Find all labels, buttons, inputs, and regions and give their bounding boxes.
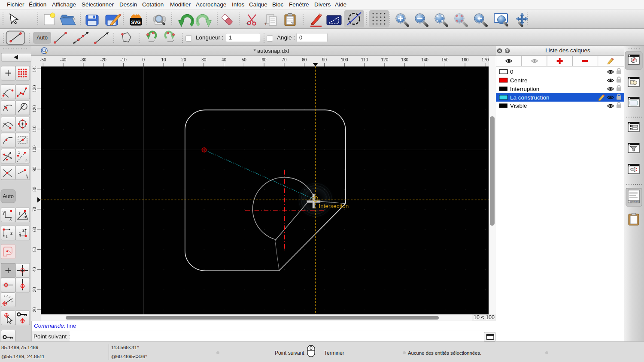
- svg-text:100: 100: [341, 57, 348, 62]
- svg-text:40: 40: [222, 57, 227, 62]
- svg-text:60: 60: [32, 227, 37, 232]
- svg-text:2: 2: [10, 231, 12, 235]
- svg-text:-50: -50: [40, 57, 46, 62]
- svg-text:-20: -20: [100, 57, 106, 62]
- svg-text:Interruption: Interruption: [510, 86, 539, 92]
- svg-text:La construction: La construction: [510, 94, 550, 101]
- svg-text:20: 20: [32, 307, 37, 312]
- svg-text:+: +: [246, 21, 249, 27]
- svg-text:40: 40: [32, 267, 37, 272]
- svg-text:Intersection: Intersection: [319, 203, 349, 209]
- svg-text:140: 140: [32, 66, 37, 72]
- svg-text:150: 150: [441, 57, 449, 62]
- svg-text:130: 130: [32, 85, 37, 92]
- svg-text:0: 0: [510, 69, 513, 75]
- svg-text:90: 90: [32, 166, 37, 172]
- svg-text:-10: -10: [120, 57, 127, 62]
- svg-text:120: 120: [32, 105, 37, 112]
- svg-text:170: 170: [482, 57, 489, 62]
- svg-text:60: 60: [262, 57, 267, 62]
- svg-text:70: 70: [282, 57, 287, 62]
- svg-text:+: +: [264, 21, 267, 27]
- svg-text:1: 1: [6, 234, 8, 239]
- svg-text:110: 110: [32, 125, 37, 132]
- svg-text:1: 1: [19, 231, 21, 235]
- svg-text:80: 80: [302, 57, 307, 62]
- svg-text:2: 2: [25, 159, 27, 163]
- svg-text:130: 130: [401, 57, 408, 62]
- svg-text:a: a: [24, 214, 26, 219]
- svg-text:2: 2: [22, 228, 24, 232]
- svg-text:1: 1: [18, 150, 20, 154]
- svg-text:160: 160: [462, 57, 469, 62]
- svg-text:20: 20: [181, 57, 186, 62]
- svg-text:-40: -40: [60, 57, 67, 62]
- svg-text:50: 50: [242, 57, 247, 62]
- svg-text:80: 80: [32, 187, 37, 192]
- svg-text:120: 120: [381, 57, 389, 62]
- svg-text:10: 10: [161, 57, 167, 62]
- svg-text:70: 70: [32, 207, 37, 212]
- svg-text:100: 100: [32, 145, 37, 153]
- svg-text:140: 140: [421, 57, 428, 62]
- svg-text:50: 50: [32, 247, 37, 252]
- svg-text:Auto: Auto: [3, 193, 14, 199]
- svg-text:30: 30: [201, 57, 207, 62]
- svg-text:30: 30: [32, 287, 37, 292]
- svg-text:-30: -30: [80, 57, 87, 62]
- svg-text:Centre: Centre: [510, 77, 528, 84]
- svg-text:SVG: SVG: [131, 20, 140, 25]
- svg-text:x: x: [9, 216, 12, 221]
- svg-text:90: 90: [322, 57, 327, 62]
- svg-text:command: command: [630, 200, 639, 203]
- svg-text:110: 110: [361, 57, 368, 62]
- svg-text:Visible: Visible: [510, 103, 527, 109]
- svg-text:0: 0: [143, 57, 145, 62]
- svg-text:y: y: [3, 210, 5, 215]
